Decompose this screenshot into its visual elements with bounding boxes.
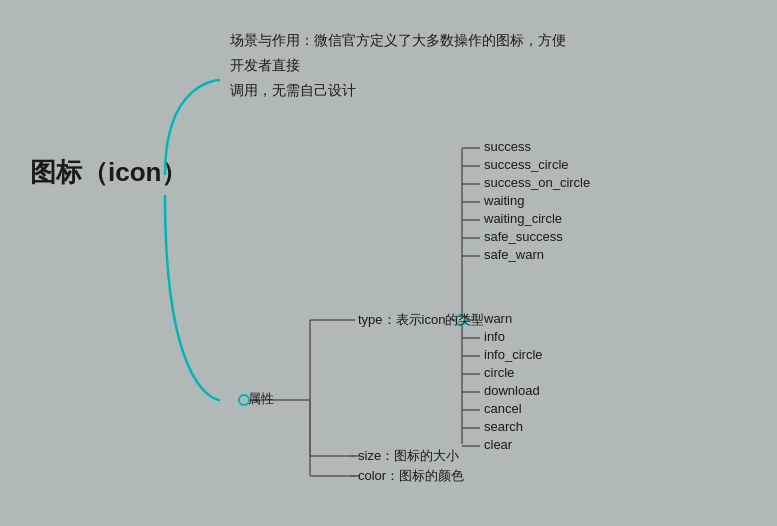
type-value-5: safe_success: [484, 229, 563, 244]
type-value-3: waiting: [484, 193, 524, 208]
type-value-11: download: [484, 383, 540, 398]
type-value-13: search: [484, 419, 523, 434]
type-value-4: waiting_circle: [484, 211, 562, 226]
type-value-14: clear: [484, 437, 512, 452]
type-value-1: success_circle: [484, 157, 569, 172]
type-value-6: safe_warn: [484, 247, 544, 262]
type-value-10: circle: [484, 365, 514, 380]
type-value-12: cancel: [484, 401, 522, 416]
size-label: size：图标的大小: [358, 447, 459, 465]
color-label: color：图标的颜色: [358, 467, 464, 485]
type-value-2: success_on_circle: [484, 175, 590, 190]
attributes-label: 属性: [248, 390, 274, 408]
type-value-0: success: [484, 139, 531, 154]
type-value-9: info_circle: [484, 347, 543, 362]
type-value-8: info: [484, 329, 505, 344]
type-label: type：表示icon的类型: [358, 311, 484, 329]
type-value-7: warn: [484, 311, 512, 326]
mindmap-container: 场景与作用：微信官方定义了大多数操作的图标，方便开发者直接 调用，无需自己设计 …: [0, 0, 777, 526]
